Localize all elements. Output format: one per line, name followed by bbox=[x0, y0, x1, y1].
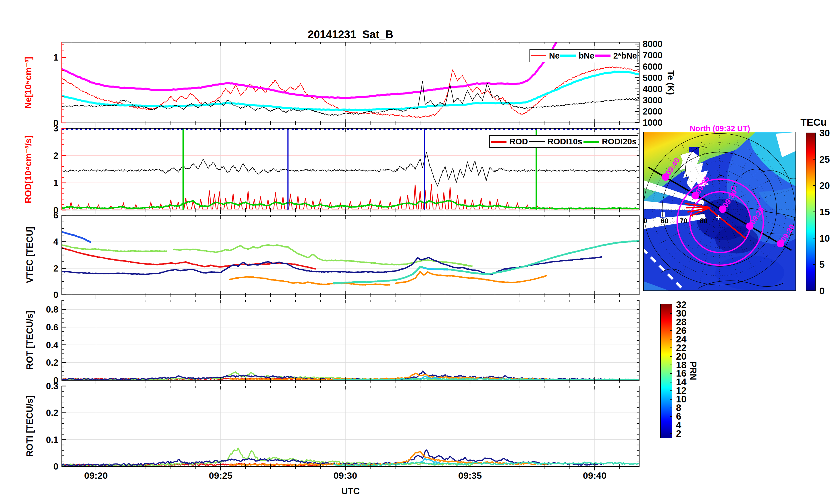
legend-item: 2*bNe bbox=[595, 51, 637, 61]
series-PRN-lightgreen bbox=[173, 245, 473, 266]
te-tick-label: 2000 bbox=[643, 107, 662, 116]
tecu-tick-label: 5 bbox=[819, 259, 825, 270]
y-tick-label: 4 bbox=[53, 237, 59, 247]
latitude-label: 70 bbox=[680, 217, 687, 225]
roti-y-axis-label: ROTI [TECU/s] bbox=[25, 395, 35, 457]
series-bNe bbox=[62, 71, 639, 110]
prn-colorbar-title: PRN bbox=[688, 361, 698, 380]
legend-label: ROD bbox=[509, 137, 528, 146]
map-title: North (09:32 UT) bbox=[690, 124, 750, 133]
tecu-tick-label: 25 bbox=[819, 154, 830, 165]
tecu-tick-label: 15 bbox=[819, 207, 830, 217]
panel-roti: 00.10.20.3 bbox=[46, 381, 639, 472]
te-tick-label: 4000 bbox=[643, 84, 662, 94]
figure-title: 20141231 Sat_B bbox=[308, 28, 393, 41]
legend-ne-panel: Ne bNe 2*bNe bbox=[529, 49, 638, 62]
te-tick-label: 6000 bbox=[643, 62, 662, 72]
rot-y-axis-label: ROT [TECU/s] bbox=[25, 311, 35, 370]
prn-tick-label: 32 bbox=[676, 299, 687, 310]
tecu-tick-label: 20 bbox=[819, 180, 830, 191]
te-tick-label: 5000 bbox=[643, 73, 662, 83]
te-tick-label: 8000 bbox=[643, 39, 662, 49]
latitude-label: 80 bbox=[700, 217, 708, 225]
legend-label: 2*bNe bbox=[613, 51, 637, 61]
legend-item: Ne bbox=[531, 51, 559, 61]
legend-line-sample bbox=[529, 141, 545, 142]
series-PRN-orange bbox=[229, 277, 390, 285]
y-tick-label: 3 bbox=[53, 123, 58, 134]
legend-item: RODI20s bbox=[584, 137, 637, 146]
series-PRN-turquoise bbox=[333, 241, 639, 283]
legend-line-sample bbox=[584, 141, 599, 143]
prn-colorbar bbox=[660, 304, 672, 438]
y-tick-label: 0 bbox=[53, 290, 58, 300]
panel-vtec: 0246 bbox=[53, 210, 639, 300]
x-tick-label: 09:35 bbox=[458, 471, 482, 481]
tecu-tick-label: 10 bbox=[819, 233, 830, 244]
series-ROD bbox=[62, 184, 639, 209]
legend-label: bNe bbox=[578, 51, 594, 61]
te-tick-label: 7000 bbox=[643, 50, 662, 60]
y-tick-label: 1 bbox=[53, 52, 58, 63]
latitude-label: 60 bbox=[661, 217, 668, 225]
legend-item: ROD bbox=[491, 137, 528, 146]
y-tick-label: 2 bbox=[53, 151, 58, 161]
rod-y-axis-label: ROD[10⁴cm⁻³/s] bbox=[23, 136, 34, 204]
y-tick-label: 0.4 bbox=[46, 340, 59, 350]
te-tick-label: 3000 bbox=[643, 95, 662, 105]
legend-item: bNe bbox=[560, 51, 594, 61]
y-tick-label: 2 bbox=[53, 264, 58, 274]
series-PRN-lightgreen bbox=[62, 245, 167, 252]
legend-line-sample bbox=[560, 54, 576, 57]
legend-rod-panel: ROD RODI10s RODI20s bbox=[489, 135, 638, 148]
series-PRN-blue bbox=[62, 232, 91, 243]
legend-line-sample bbox=[531, 55, 546, 56]
x-tick-label: 09:40 bbox=[583, 471, 607, 481]
tecu-colorbar-title: TECu bbox=[800, 116, 827, 128]
ne-y-axis-label: Ne[10⁵cm⁻³] bbox=[23, 57, 34, 109]
y-tick-label: 1 bbox=[53, 178, 58, 188]
legend-item: RODI10s bbox=[529, 137, 582, 146]
legend-line-sample bbox=[595, 54, 611, 57]
y-tick-label: 0.1 bbox=[46, 435, 58, 445]
y-tick-label: 0.6 bbox=[46, 322, 58, 333]
legend-label: RODI10s bbox=[548, 137, 582, 146]
legend-line-sample bbox=[491, 141, 506, 143]
x-axis-label: UTC bbox=[341, 486, 360, 497]
y-tick-label: 0.3 bbox=[46, 381, 58, 391]
series-PRN-red bbox=[62, 248, 316, 269]
figure-canvas: { "chart_data": { "type": "line", "title… bbox=[0, 0, 834, 504]
y-tick-label: 0 bbox=[53, 461, 58, 472]
polar-tec-map: 09:4009:3509:3009:2509:2050607080 bbox=[639, 123, 825, 291]
figure-plot-area: 0110002000300040005000600070008000012302… bbox=[0, 0, 834, 504]
series-RODI10s bbox=[62, 152, 639, 186]
x-tick-label: 09:30 bbox=[333, 471, 357, 481]
te-y-axis-label: Te (K) bbox=[665, 70, 676, 95]
panel-rot: 00.20.40.60.8 bbox=[46, 300, 639, 386]
x-tick-label: 09:20 bbox=[84, 471, 108, 481]
te-tick-label: 1000 bbox=[643, 118, 662, 128]
y-tick-label: 0.2 bbox=[46, 408, 58, 418]
y-tick-label: 0.2 bbox=[46, 358, 58, 368]
legend-label: RODI20s bbox=[602, 137, 637, 146]
tecu-tick-label: 0 bbox=[819, 285, 825, 296]
vtec-y-axis-label: VTEC [TECU] bbox=[25, 227, 35, 283]
series-roti-turquoise bbox=[333, 462, 639, 466]
y-tick-label: 6 bbox=[53, 210, 58, 221]
x-tick-label: 09:25 bbox=[209, 471, 233, 481]
series-2*bNe bbox=[62, 41, 557, 98]
legend-label: Ne bbox=[549, 51, 559, 61]
y-tick-label: 0.8 bbox=[46, 304, 58, 315]
tecu-tick-label: 30 bbox=[819, 128, 830, 138]
